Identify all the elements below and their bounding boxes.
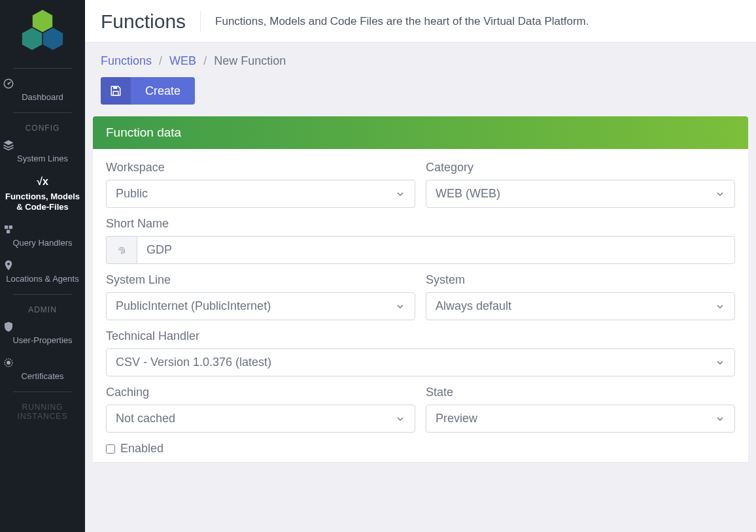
workspace-label: Workspace	[106, 161, 415, 175]
short-name-input[interactable]	[137, 236, 735, 264]
chevron-down-icon	[715, 301, 725, 312]
system-label: System	[426, 273, 735, 287]
layers-icon	[3, 139, 82, 151]
workspace-select[interactable]: Public	[106, 180, 415, 208]
technical-handler-value: CSV - Version 1.0.376 (latest)	[116, 356, 271, 369]
caching-label: Caching	[106, 386, 415, 399]
panel-title: Function data	[93, 116, 748, 149]
breadcrumb-functions[interactable]: Functions	[101, 54, 152, 67]
category-label: Category	[426, 161, 735, 175]
chevron-down-icon	[395, 414, 405, 424]
sidebar-item-label: Locations & Agents	[6, 274, 78, 284]
divider	[13, 294, 72, 295]
save-icon	[101, 77, 131, 105]
page-subtitle: Functions, Models and Code Files are the…	[215, 15, 589, 28]
svg-rect-7	[7, 230, 10, 233]
enabled-row: Enabled	[106, 442, 735, 456]
system-select[interactable]: Always default	[426, 292, 735, 320]
sidebar-item-functions[interactable]: √x Functions, Models & Code-Files	[0, 170, 85, 219]
category-select[interactable]: WEB (WEB)	[426, 180, 735, 208]
shield-icon	[3, 321, 82, 333]
short-name-label: Short Name	[106, 217, 735, 231]
divider	[13, 68, 72, 69]
sidebar-item-user-properties[interactable]: User-Properties	[0, 316, 85, 352]
chevron-down-icon	[715, 357, 725, 368]
cubes-icon	[3, 224, 82, 235]
fingerprint-icon	[106, 236, 137, 264]
sidebar-section-admin: ADMIN	[28, 305, 57, 314]
system-line-select[interactable]: PublicInternet (PublicInternet)	[106, 292, 415, 320]
chevron-down-icon	[395, 301, 405, 312]
divider	[13, 112, 72, 113]
system-value: Always default	[436, 299, 511, 313]
chevron-down-icon	[715, 189, 725, 199]
sidebar-item-locations-agents[interactable]: Locations & Agents	[0, 254, 85, 290]
panel-body: Workspace Public Category WEB (WEB)	[93, 149, 748, 462]
sidebar-item-label: Query Handlers	[12, 238, 72, 248]
svg-point-4	[8, 83, 10, 85]
map-pin-icon	[3, 259, 82, 271]
category-value: WEB (WEB)	[436, 187, 500, 201]
breadcrumb-current: New Function	[214, 54, 286, 67]
caching-select[interactable]: Not cached	[106, 405, 415, 433]
sidebar: Dashboard CONFIG System Lines √x Functio…	[0, 0, 85, 532]
page-header: Functions Functions, Models and Code Fil…	[85, 0, 756, 42]
sidebar-item-system-lines[interactable]: System Lines	[0, 134, 85, 170]
svg-marker-2	[43, 27, 63, 50]
svg-rect-11	[113, 86, 117, 89]
breadcrumb: Functions / WEB / New Function	[85, 42, 756, 77]
square-root-icon: √x	[3, 175, 82, 189]
breadcrumb-web[interactable]: WEB	[169, 54, 196, 67]
state-select[interactable]: Preview	[426, 405, 735, 433]
sidebar-item-label: Certificates	[21, 371, 63, 381]
sidebar-section-running: RUNNING INSTANCES	[0, 403, 85, 421]
create-button-label: Create	[131, 78, 195, 105]
state-label: State	[426, 386, 735, 399]
sidebar-item-label: System Lines	[17, 154, 68, 163]
system-line-label: System Line	[106, 273, 415, 287]
action-bar: Create	[85, 77, 756, 116]
function-data-panel: Function data Workspace Public Category …	[93, 116, 748, 462]
divider	[13, 391, 72, 392]
short-name-input-group	[106, 236, 735, 264]
svg-point-10	[7, 361, 10, 365]
sidebar-section-config: CONFIG	[26, 124, 60, 133]
technical-handler-label: Technical Handler	[106, 329, 735, 343]
svg-rect-5	[5, 225, 8, 229]
sidebar-item-certificates[interactable]: Certificates	[0, 352, 85, 388]
sidebar-item-label: Dashboard	[22, 92, 63, 102]
sidebar-item-label: User-Properties	[12, 335, 72, 345]
technical-handler-select[interactable]: CSV - Version 1.0.376 (latest)	[106, 348, 735, 376]
sidebar-item-dashboard[interactable]: Dashboard	[0, 73, 85, 108]
svg-rect-12	[113, 91, 118, 95]
main-content: Functions Functions, Models and Code Fil…	[85, 0, 756, 532]
sidebar-item-label: Functions, Models & Code-Files	[5, 191, 80, 212]
create-button[interactable]: Create	[101, 77, 195, 105]
enabled-label: Enabled	[120, 442, 163, 456]
svg-marker-1	[22, 27, 42, 50]
svg-rect-6	[9, 225, 12, 229]
enabled-checkbox[interactable]	[106, 444, 115, 454]
system-line-value: PublicInternet (PublicInternet)	[116, 299, 271, 313]
chevron-down-icon	[395, 189, 405, 199]
chevron-down-icon	[715, 414, 725, 424]
workspace-value: Public	[116, 187, 148, 201]
page-title: Functions	[101, 10, 201, 33]
gauge-icon	[3, 78, 82, 90]
caching-value: Not cached	[116, 412, 175, 425]
app-logo	[16, 7, 69, 59]
svg-point-8	[7, 263, 10, 265]
state-value: Preview	[436, 412, 477, 425]
sidebar-item-query-handlers[interactable]: Query Handlers	[0, 218, 85, 254]
breadcrumb-separator: /	[203, 54, 207, 67]
breadcrumb-separator: /	[159, 54, 162, 67]
certificate-icon	[3, 357, 82, 369]
svg-marker-0	[33, 10, 52, 32]
